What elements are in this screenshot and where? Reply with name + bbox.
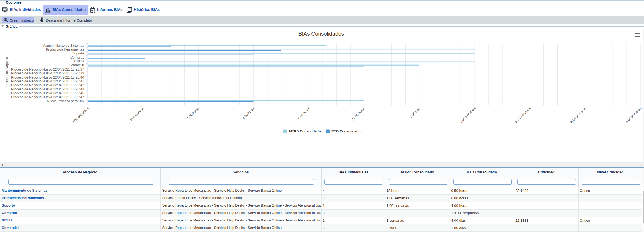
svg-text:1.00 horas: 1.00 horas	[186, 106, 200, 120]
svg-text:RRHH: RRHH	[74, 59, 84, 63]
svg-text:Proceso de Negocio Nuevo 22/04: Proceso de Negocio Nuevo 22/04/2021 18:2…	[11, 83, 84, 87]
svg-text:Producción Herramientas: Producción Herramientas	[46, 48, 84, 51]
svg-text:24.00 horas: 24.00 horas	[351, 106, 366, 121]
svg-text:Proceso de Negocio Nuevo 22/04: Proceso de Negocio Nuevo 22/04/2021 18:2…	[11, 91, 84, 95]
svg-text:Nuevo Proceso para BIA: Nuevo Proceso para BIA	[47, 99, 84, 103]
svg-text:Procesos de Negocio: Procesos de Negocio	[5, 57, 9, 88]
svg-text:Compras: Compras	[70, 56, 84, 59]
svg-text:Mantenimiento de Sistemas: Mantenimiento de Sistemas	[42, 44, 84, 48]
svg-text:MTPD Consolidado: MTPD Consolidado	[289, 129, 321, 133]
svg-text:BIAs Consolidados: BIAs Consolidados	[298, 31, 344, 37]
svg-text:0.00 segundos: 0.00 segundos	[71, 106, 90, 124]
svg-text:Proceso de Negocio Nuevo 22/04: Proceso de Negocio Nuevo 22/04/2021 18:2…	[11, 67, 84, 71]
svg-text:4.00 horas: 4.00 horas	[241, 106, 255, 120]
svg-text:2.00 días: 2.00 días	[409, 106, 421, 119]
svg-text:Proceso de Negocio Nuevo 22/04: Proceso de Negocio Nuevo 22/04/2021 18:2…	[11, 71, 84, 75]
svg-text:8.00 horas: 8.00 horas	[297, 106, 311, 120]
svg-text:Proceso de Negocio Nuevo 22/04: Proceso de Negocio Nuevo 22/04/2021 18:2…	[11, 75, 84, 79]
svg-text:Proceso de Negocio Nuevo 22/04: Proceso de Negocio Nuevo 22/04/2021 18:2…	[11, 95, 84, 99]
svg-text:Soporte: Soporte	[72, 51, 84, 55]
svg-text:4.00 semanas: 4.00 semanas	[625, 106, 642, 124]
svg-text:2.00 semanas: 2.00 semanas	[514, 106, 532, 124]
svg-text:3.00 semanas: 3.00 semanas	[570, 106, 587, 124]
svg-text:Proceso de Negocio Nuevo 22/04: Proceso de Negocio Nuevo 22/04/2021 18:2…	[11, 79, 84, 83]
svg-text:1.00 semanas: 1.00 semanas	[459, 106, 476, 124]
svg-text:1.00 segundos: 1.00 segundos	[127, 106, 145, 124]
svg-text:RTO Consolidado: RTO Consolidado	[331, 129, 361, 133]
svg-text:Proceso de Negocio Nuevo 22/04: Proceso de Negocio Nuevo 22/04/2021 18:2…	[11, 87, 84, 91]
svg-text:Comercial: Comercial	[69, 63, 84, 67]
